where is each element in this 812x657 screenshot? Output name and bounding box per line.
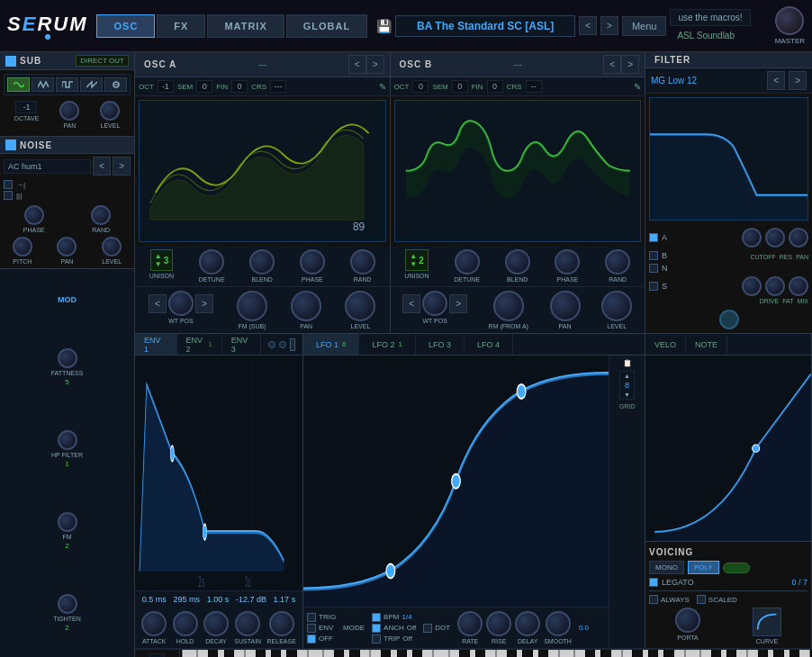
filter-checkbox-a[interactable] — [649, 233, 658, 242]
wave-btn-square[interactable] — [56, 77, 78, 92]
filter-cutoff-knob[interactable] — [742, 228, 762, 248]
noise-level-knob[interactable] — [102, 237, 122, 256]
env-display[interactable]: 2 s 3 s — [135, 356, 302, 590]
trig-checkbox[interactable] — [307, 613, 316, 622]
noise-checkbox1[interactable] — [4, 180, 13, 189]
key-f2-sharp[interactable] — [381, 650, 391, 657]
osc-a-fin-value[interactable]: 0 — [231, 80, 248, 93]
curve-display[interactable] — [753, 608, 781, 636]
key-f3[interactable] — [496, 650, 511, 657]
key-g3-sharp[interactable] — [522, 650, 532, 657]
env-loop-icon[interactable] — [268, 341, 275, 348]
osc-a-unison-spinner[interactable]: ▲▼ 3 — [150, 249, 173, 271]
wave-btn-noise[interactable] — [104, 77, 127, 92]
osc-a-oct-value[interactable]: -1 — [158, 80, 174, 93]
noise-enable-icon[interactable] — [5, 140, 16, 150]
osc-b-edit-icon[interactable]: ✎ — [634, 82, 641, 92]
lfo-display[interactable] — [303, 356, 609, 607]
velo-display[interactable] — [645, 356, 811, 541]
sub-direct-out[interactable]: DIRECT OUT — [76, 55, 129, 67]
key-a5-sharp[interactable] — [789, 650, 799, 657]
key-d4-sharp[interactable] — [600, 650, 610, 657]
filter-res-knob[interactable] — [765, 228, 785, 248]
osc-a-wtpos-knob[interactable] — [168, 291, 194, 316]
lfo-env-check[interactable]: ENV — [307, 624, 336, 633]
filter-check-n[interactable]: N — [649, 264, 668, 273]
osc-b-wtpos-prev[interactable]: < — [402, 294, 420, 313]
key-c3[interactable] — [433, 650, 448, 657]
env-hold-knob[interactable] — [173, 611, 198, 636]
osc-a-wtpos-next[interactable]: > — [195, 294, 213, 313]
osc-b-sem-value[interactable]: 0 — [452, 80, 468, 93]
pitch-stepper-1[interactable]: ▲ 2 ▼ — [149, 653, 165, 657]
noise-rand-knob[interactable] — [91, 205, 111, 225]
preset-prev-button[interactable]: < — [579, 16, 597, 35]
osc-b-unison-spinner[interactable]: ▲▼ 2 — [405, 249, 428, 271]
key-f4[interactable] — [622, 650, 637, 657]
lfo-tab-1[interactable]: LFO 1 6 — [303, 334, 359, 355]
wave-btn-tri[interactable] — [32, 77, 54, 92]
env-tab-3[interactable]: ENV 3 — [222, 334, 261, 355]
osc-a-pan-knob[interactable] — [291, 291, 321, 321]
osc-a-rand-knob[interactable] — [350, 249, 375, 274]
key-f2[interactable] — [370, 650, 385, 657]
lfo-tab-3[interactable]: LFO 3 — [416, 334, 465, 355]
filter-fat-knob[interactable] — [765, 276, 785, 296]
filter-drive-knob[interactable] — [742, 276, 762, 296]
key-f-sharp[interactable] — [256, 650, 266, 657]
osc-b-next-button[interactable]: > — [621, 55, 639, 74]
osc-a-wtpos-prev[interactable]: < — [149, 294, 167, 313]
master-knob[interactable]: MASTER — [775, 6, 805, 45]
preset-name[interactable]: BA The Standard SC [ASL] — [395, 15, 575, 37]
filter-mix-knob[interactable] — [789, 276, 808, 296]
osc-b-rand-knob[interactable] — [605, 249, 630, 274]
off-checkbox[interactable] — [307, 634, 316, 644]
osc-b-detune-knob[interactable] — [455, 249, 480, 274]
osc-a-sem-value[interactable]: 0 — [196, 80, 212, 93]
key-c[interactable] — [182, 650, 197, 657]
noise-phase-knob[interactable] — [24, 205, 44, 225]
dot-checkbox[interactable] — [423, 624, 432, 633]
mono-poly-toggle[interactable] — [723, 562, 750, 573]
key-f[interactable] — [245, 650, 260, 657]
noise-next-button[interactable]: > — [113, 157, 131, 176]
sub-octave-value[interactable]: -1 — [15, 101, 37, 113]
lfo-trig-check[interactable]: TRIG — [307, 613, 336, 622]
key-g2-sharp[interactable] — [397, 650, 407, 657]
preset-menu-button[interactable]: Menu — [622, 16, 667, 36]
fm-knob[interactable] — [58, 512, 77, 532]
lfo-rise-knob[interactable] — [486, 611, 511, 636]
osc-b-wtpos-knob[interactable] — [422, 291, 447, 316]
grid-spinner[interactable]: ▲ 8 ▼ — [619, 371, 635, 400]
key-f5-sharp[interactable] — [758, 650, 768, 657]
osc-b-rm-knob[interactable] — [493, 291, 524, 321]
filter-display[interactable] — [649, 97, 808, 220]
osc-a-fm-knob[interactable] — [237, 291, 267, 321]
key-g-sharp[interactable] — [271, 650, 281, 657]
key-c5-sharp[interactable] — [711, 650, 721, 657]
key-g4-sharp[interactable] — [648, 650, 658, 657]
key-d3-sharp[interactable] — [475, 650, 485, 657]
sub-pan-knob[interactable] — [59, 101, 79, 121]
lfo-tab-4[interactable]: LFO 4 — [465, 334, 513, 355]
env-decay-knob[interactable] — [203, 611, 229, 636]
filter-pan-knob[interactable] — [789, 228, 808, 248]
filter-checkbox-b[interactable] — [649, 251, 658, 260]
osc-a-level-knob[interactable] — [345, 291, 375, 321]
mono-button[interactable]: MONO — [649, 561, 684, 574]
lfo-smooth-knob[interactable] — [546, 611, 571, 636]
key-c-sharp[interactable] — [208, 650, 218, 657]
filter-prev-button[interactable]: < — [767, 71, 785, 90]
filter-checkbox-s[interactable] — [649, 282, 658, 291]
grid-down-btn[interactable]: ▼ — [620, 391, 634, 399]
filter-checkbox-n[interactable] — [649, 264, 658, 273]
master-knob-circle[interactable] — [775, 6, 804, 35]
lfo-off-check[interactable]: OFF — [307, 634, 336, 644]
key-a-sharp[interactable] — [286, 650, 296, 657]
key-c4[interactable] — [559, 650, 574, 657]
porta-knob[interactable] — [675, 608, 700, 633]
grid-up-btn[interactable]: ▲ — [620, 372, 634, 380]
key-d2-sharp[interactable] — [349, 650, 359, 657]
key-d5-sharp[interactable] — [726, 650, 736, 657]
env-tab-2[interactable]: ENV 2 1 — [177, 334, 222, 355]
